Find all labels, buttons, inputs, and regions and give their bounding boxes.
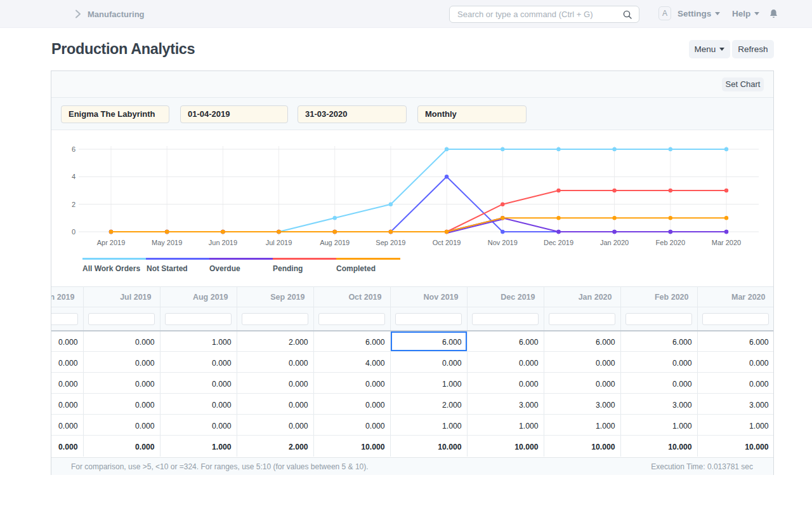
svg-text:4: 4 bbox=[72, 173, 75, 180]
svg-text:Dec 2019: Dec 2019 bbox=[544, 239, 573, 246]
svg-text:Mar 2020: Mar 2020 bbox=[712, 239, 741, 246]
svg-text:Sep 2019: Sep 2019 bbox=[376, 239, 405, 246]
svg-text:Nov 2019: Nov 2019 bbox=[488, 239, 518, 246]
svg-text:6: 6 bbox=[72, 145, 75, 153]
svg-text:0: 0 bbox=[72, 228, 75, 236]
svg-text:Jun 2019: Jun 2019 bbox=[209, 239, 237, 246]
svg-text:2: 2 bbox=[72, 201, 75, 208]
svg-text:Jan 2020: Jan 2020 bbox=[600, 239, 629, 246]
svg-text:Feb 2020: Feb 2020 bbox=[656, 239, 685, 246]
svg-text:Apr 2019: Apr 2019 bbox=[97, 239, 126, 246]
svg-text:May 2019: May 2019 bbox=[152, 239, 182, 246]
svg-text:Aug 2019: Aug 2019 bbox=[320, 239, 350, 246]
svg-text:Jul 2019: Jul 2019 bbox=[266, 239, 292, 246]
svg-text:Oct 2019: Oct 2019 bbox=[433, 239, 461, 246]
